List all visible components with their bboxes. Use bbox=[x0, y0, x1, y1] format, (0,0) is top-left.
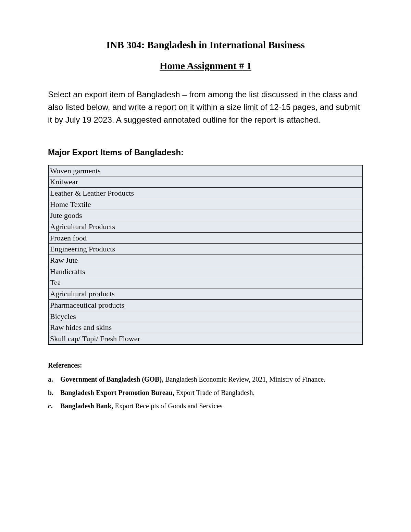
export-item-cell: Leather & Leather Products bbox=[48, 187, 363, 199]
export-item-cell: Knitwear bbox=[48, 176, 363, 188]
reference-letter: c. bbox=[48, 402, 60, 410]
export-item-cell: Woven garments bbox=[48, 165, 363, 176]
export-item-cell: Agricultural products bbox=[48, 288, 363, 300]
table-row: Tea bbox=[48, 277, 363, 288]
table-row: Skull cap/ Tupi/ Fresh Flower bbox=[48, 333, 363, 344]
table-row: Home Textile bbox=[48, 199, 363, 210]
export-items-heading: Major Export Items of Bangladesh: bbox=[48, 148, 363, 157]
assignment-instructions: Select an export item of Bangladesh – fr… bbox=[48, 88, 363, 126]
export-item-cell: Frozen food bbox=[48, 232, 363, 244]
table-row: Knitwear bbox=[48, 176, 363, 188]
reference-detail: Export Trade of Bangladesh, bbox=[176, 389, 255, 396]
reference-item: a.Government of Bangladesh (GOB), Bangla… bbox=[48, 375, 363, 383]
table-row: Handicrafts bbox=[48, 266, 363, 277]
reference-source: Government of Bangladesh (GOB), bbox=[60, 375, 165, 383]
references-list: a.Government of Bangladesh (GOB), Bangla… bbox=[48, 375, 363, 410]
references-heading: References: bbox=[48, 361, 363, 369]
table-row: Frozen food bbox=[48, 232, 363, 244]
export-items-table: Woven garmentsKnitwearLeather & Leather … bbox=[48, 165, 363, 345]
reference-detail: Export Receipts of Goods and Services bbox=[115, 402, 223, 410]
export-item-cell: Tea bbox=[48, 277, 363, 288]
export-item-cell: Home Textile bbox=[48, 199, 363, 210]
export-item-cell: Engineering Products bbox=[48, 244, 363, 255]
table-row: Leather & Leather Products bbox=[48, 187, 363, 199]
assignment-subtitle: Home Assignment # 1 bbox=[48, 60, 363, 72]
table-row: Jute goods bbox=[48, 210, 363, 221]
table-row: Raw hides and skins bbox=[48, 322, 363, 333]
export-item-cell: Raw hides and skins bbox=[48, 322, 363, 333]
reference-source: Bangladesh Bank, bbox=[60, 402, 115, 410]
reference-item: c.Bangladesh Bank, Export Receipts of Go… bbox=[48, 402, 363, 410]
reference-item: b.Bangladesh Export Promotion Bureau, Ex… bbox=[48, 389, 363, 397]
table-row: Raw Jute bbox=[48, 255, 363, 266]
export-item-cell: Raw Jute bbox=[48, 255, 363, 266]
reference-content: Bangladesh Export Promotion Bureau, Expo… bbox=[60, 389, 255, 397]
reference-detail: Bangladesh Economic Review, 2021, Minist… bbox=[165, 375, 325, 383]
table-row: Bicycles bbox=[48, 311, 363, 322]
reference-letter: b. bbox=[48, 389, 60, 397]
course-title: INB 304: Bangladesh in International Bus… bbox=[48, 39, 363, 51]
export-item-cell: Bicycles bbox=[48, 311, 363, 322]
reference-source: Bangladesh Export Promotion Bureau, bbox=[60, 389, 176, 396]
export-item-cell: Agricultural Products bbox=[48, 221, 363, 233]
table-row: Engineering Products bbox=[48, 244, 363, 255]
reference-letter: a. bbox=[48, 375, 60, 383]
reference-content: Government of Bangladesh (GOB), Banglade… bbox=[60, 375, 325, 383]
export-item-cell: Skull cap/ Tupi/ Fresh Flower bbox=[48, 333, 363, 344]
table-row: Woven garments bbox=[48, 165, 363, 176]
reference-content: Bangladesh Bank, Export Receipts of Good… bbox=[60, 402, 222, 410]
export-item-cell: Handicrafts bbox=[48, 266, 363, 277]
table-row: Pharmaceutical products bbox=[48, 299, 363, 311]
table-row: Agricultural products bbox=[48, 288, 363, 300]
table-row: Agricultural Products bbox=[48, 221, 363, 233]
export-item-cell: Pharmaceutical products bbox=[48, 299, 363, 311]
document-page: INB 304: Bangladesh in International Bus… bbox=[0, 0, 411, 450]
export-item-cell: Jute goods bbox=[48, 210, 363, 221]
